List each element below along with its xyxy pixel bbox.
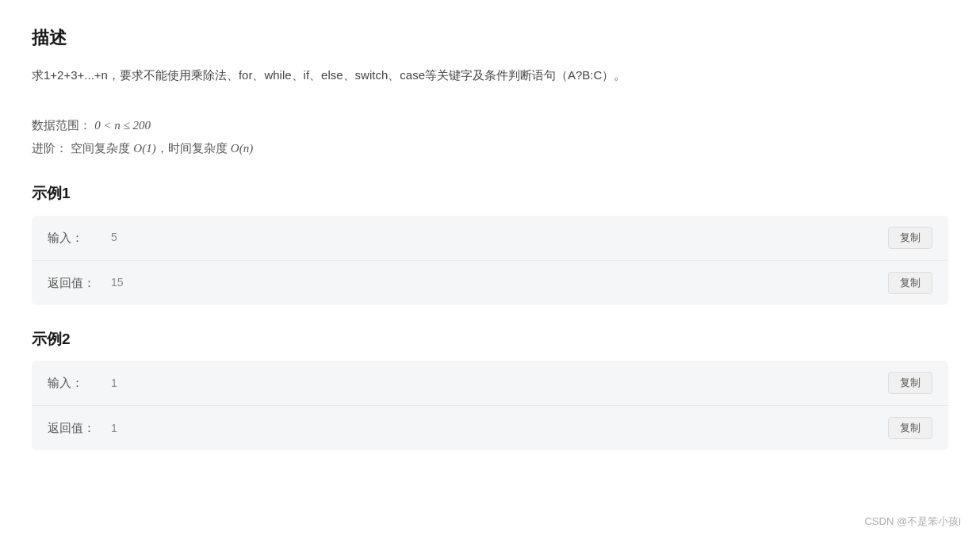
example2-input-value: 1 — [111, 374, 888, 392]
example2-return-copy-button[interactable]: 复制 — [888, 417, 932, 439]
example2-return-label: 返回值： — [48, 419, 111, 438]
data-range-math: 0 < n ≤ 200 — [94, 119, 151, 132]
example1-input-copy-button[interactable]: 复制 — [888, 227, 932, 249]
example1-input-value: 5 — [111, 228, 888, 246]
data-range-line: 数据范围： 0 < n ≤ 200 — [32, 114, 948, 137]
example2-input-row: 输入： 1 复制 — [32, 361, 948, 406]
example1-block: 示例1 输入： 5 复制 返回值： 15 复制 — [32, 182, 948, 304]
example2-block: 示例2 输入： 1 复制 返回值： 1 复制 — [32, 327, 948, 450]
section-title: 描述 — [32, 24, 948, 52]
example1-return-row: 返回值： 15 复制 — [32, 261, 948, 305]
example2-return-value: 1 — [111, 419, 888, 437]
example1-input-row: 输入： 5 复制 — [32, 216, 948, 261]
example2-input-label: 输入： — [48, 373, 111, 392]
complexity-text: 空间复杂度 O(1)，时间复杂度 O(n) — [71, 141, 253, 155]
example1-return-value: 15 — [111, 273, 888, 291]
example2-input-copy-button[interactable]: 复制 — [888, 372, 932, 394]
description-text: 求1+2+3+...+n，要求不能使用乘除法、for、while、if、else… — [32, 64, 948, 86]
data-range-label: 数据范围： — [32, 118, 91, 132]
example1-return-copy-button[interactable]: 复制 — [888, 272, 932, 294]
footer-credit: CSDN @不是笨小孩i — [864, 514, 961, 530]
example2-title: 示例2 — [32, 327, 948, 351]
example1-title: 示例1 — [32, 182, 948, 205]
example1-table: 输入： 5 复制 返回值： 15 复制 — [32, 216, 948, 305]
example2-return-row: 返回值： 1 复制 — [32, 406, 948, 450]
example2-table: 输入： 1 复制 返回值： 1 复制 — [32, 361, 948, 450]
advanced-label: 进阶： — [32, 141, 67, 155]
advanced-line: 进阶： 空间复杂度 O(1)，时间复杂度 O(n) — [32, 137, 948, 160]
example1-return-label: 返回值： — [48, 273, 111, 293]
example1-input-label: 输入： — [48, 228, 111, 247]
